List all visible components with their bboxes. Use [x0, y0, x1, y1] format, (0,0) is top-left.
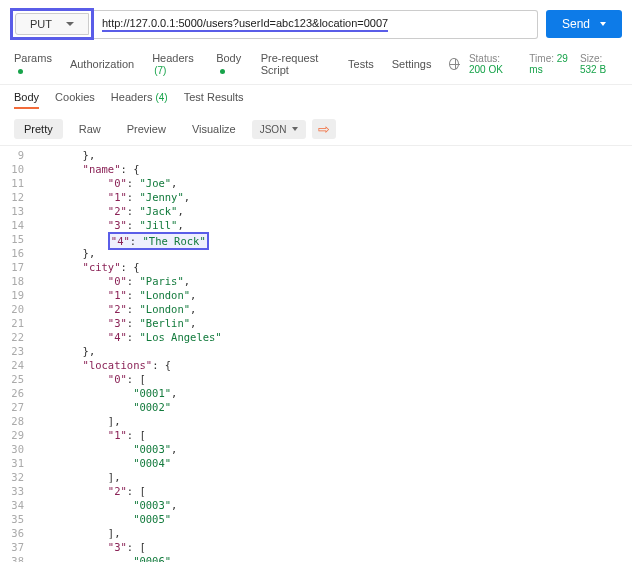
code-line: "0001", [32, 386, 222, 400]
code-line: }, [32, 344, 222, 358]
resp-tab-cookies[interactable]: Cookies [55, 91, 95, 109]
view-visualize[interactable]: Visualize [182, 119, 246, 139]
chevron-down-icon [66, 22, 74, 26]
code-line: "0": "Joe", [32, 176, 222, 190]
view-preview[interactable]: Preview [117, 119, 176, 139]
view-pretty[interactable]: Pretty [14, 119, 63, 139]
code-line: ], [32, 414, 222, 428]
tab-params[interactable]: Params [14, 52, 52, 76]
resp-tab-headers-label: Headers [111, 91, 153, 103]
code-line: "3": [ [32, 540, 222, 554]
code-line: "locations": { [32, 358, 222, 372]
line-gutter: 9101112131415161718192021222324252627282… [6, 146, 32, 562]
code-line: ], [32, 526, 222, 540]
code-line: "city": { [32, 260, 222, 274]
time-label: Time: [529, 53, 554, 64]
http-method-select[interactable]: PUT [15, 13, 89, 35]
response-status-row: Status: 200 OK Time: 29 ms Size: 532 B [449, 53, 618, 75]
code-line: "1": [ [32, 428, 222, 442]
tab-body[interactable]: Body [216, 52, 243, 76]
code-line: "1": "Jenny", [32, 190, 222, 204]
code-line: "1": "London", [32, 288, 222, 302]
tab-prerequest[interactable]: Pre-request Script [261, 52, 330, 76]
request-url-bar: PUT http://127.0.0.1:5000/users?userId=a… [0, 0, 632, 48]
code-line: }, [32, 246, 222, 260]
resp-tab-testresults[interactable]: Test Results [184, 91, 244, 109]
body-toolbar: Pretty Raw Preview Visualize JSON ⇨ [0, 115, 632, 146]
tab-authorization[interactable]: Authorization [70, 58, 134, 70]
send-button[interactable]: Send [546, 10, 622, 38]
resp-tab-headers[interactable]: Headers (4) [111, 91, 168, 109]
send-button-label: Send [562, 17, 590, 31]
code-line: "name": { [32, 162, 222, 176]
format-select[interactable]: JSON [252, 120, 307, 139]
resp-tab-body[interactable]: Body [14, 91, 39, 109]
http-method-label: PUT [30, 18, 52, 30]
code-line: "2": "Jack", [32, 204, 222, 218]
tab-headers-label: Headers [152, 52, 194, 64]
code-line: "0": "Paris", [32, 274, 222, 288]
code-line: "4": "Los Angeles" [32, 330, 222, 344]
tab-headers-count: (7) [154, 65, 166, 76]
tab-tests[interactable]: Tests [348, 58, 374, 70]
code-line: "0006", [32, 554, 222, 562]
response-tabs: Body Cookies Headers (4) Test Results [0, 85, 632, 115]
code-line: "0003", [32, 442, 222, 456]
resp-tab-headers-count: (4) [155, 92, 167, 103]
format-label: JSON [260, 124, 287, 135]
size-label: Size: [580, 53, 602, 64]
wrap-lines-icon[interactable]: ⇨ [312, 119, 336, 139]
chevron-down-icon [292, 127, 298, 131]
code-content: }, "name": { "0": "Joe", "1": "Jenny", "… [32, 146, 222, 562]
status-label: Status: [469, 53, 500, 64]
code-line: "3": "Jill", [32, 218, 222, 232]
url-text: http://127.0.0.1:5000/users?userId=abc12… [102, 17, 388, 32]
size-value: 532 B [580, 64, 606, 75]
code-line: "0003", [32, 498, 222, 512]
code-line: "0": [ [32, 372, 222, 386]
response-body[interactable]: 9101112131415161718192021222324252627282… [0, 146, 632, 562]
code-line: }, [32, 148, 222, 162]
chevron-down-icon [600, 22, 606, 26]
code-line: "2": "London", [32, 302, 222, 316]
tab-headers[interactable]: Headers (7) [152, 52, 198, 76]
request-tabs: Params Authorization Headers (7) Body Pr… [0, 48, 632, 85]
code-line: "4": "The Rock" [32, 232, 222, 246]
view-raw[interactable]: Raw [69, 119, 111, 139]
code-line: "2": [ [32, 484, 222, 498]
method-highlight-box: PUT [10, 8, 94, 40]
code-line: "0005" [32, 512, 222, 526]
code-line: "0004" [32, 456, 222, 470]
code-line: ], [32, 470, 222, 484]
code-line: "3": "Berlin", [32, 316, 222, 330]
globe-icon[interactable] [449, 58, 458, 70]
url-input[interactable]: http://127.0.0.1:5000/users?userId=abc12… [94, 10, 538, 39]
code-line: "0002" [32, 400, 222, 414]
tab-settings[interactable]: Settings [392, 58, 432, 70]
status-value: 200 OK [469, 64, 503, 75]
